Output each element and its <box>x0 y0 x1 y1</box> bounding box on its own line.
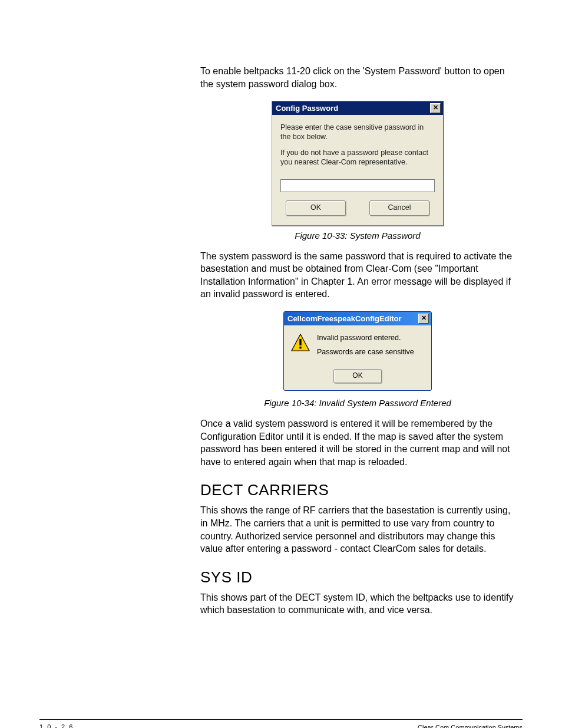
intro-paragraph: To enable beltpacks 11-20 click on the '… <box>200 65 515 90</box>
paragraph-3: Once a valid system password is entered … <box>200 417 515 468</box>
cancel-button[interactable]: Cancel <box>369 200 429 216</box>
paragraph-2: The system password is the same password… <box>200 250 515 301</box>
figure-config-password: Config Password ✕ Please enter the case … <box>200 101 515 226</box>
error-line-2: Passwords are case sensitive <box>317 348 414 356</box>
footer-line-1: Clear-Com Communication Systems <box>418 723 523 728</box>
heading-dect-carriers: DECT CARRIERS <box>200 481 515 499</box>
dialog-message-2: If you do not have a password please con… <box>280 149 435 167</box>
close-icon[interactable]: ✕ <box>418 314 429 324</box>
svg-rect-2 <box>299 347 301 348</box>
page-number: 1 0 - 2 6 <box>39 723 74 728</box>
dialog-message-1: Please enter the case sensitive password… <box>280 123 435 141</box>
ok-button[interactable]: OK <box>333 369 382 383</box>
error-dialog-titlebar: CellcomFreespeakConfigEditor ✕ <box>284 312 431 325</box>
config-password-dialog: Config Password ✕ Please enter the case … <box>272 101 444 226</box>
dialog-title: Config Password <box>276 104 338 113</box>
paragraph-sys: This shows part of the DECT system ID, w… <box>200 591 515 617</box>
figure-caption-2: Figure 10-34: Invalid System Password En… <box>200 398 515 408</box>
paragraph-dect: This shows the range of RF carriers that… <box>200 504 515 555</box>
heading-sys-id: SYS ID <box>200 568 515 587</box>
close-icon[interactable]: ✕ <box>430 103 441 113</box>
error-line-1: Invalid password entered. <box>317 334 414 342</box>
password-input[interactable] <box>280 179 435 192</box>
svg-rect-1 <box>299 339 301 345</box>
figure-error-dialog: CellcomFreespeakConfigEditor ✕ Invalid p… <box>200 311 515 393</box>
ok-button[interactable]: OK <box>286 200 346 216</box>
dialog-titlebar: Config Password ✕ <box>272 101 443 115</box>
page-footer: 1 0 - 2 6 Clear-Com Communication System… <box>39 719 523 728</box>
figure-caption-1: Figure 10-33: System Password <box>200 230 515 241</box>
error-dialog-title: CellcomFreespeakConfigEditor <box>287 314 402 323</box>
warning-icon <box>291 334 310 351</box>
error-dialog: CellcomFreespeakConfigEditor ✕ Invalid p… <box>283 311 432 391</box>
